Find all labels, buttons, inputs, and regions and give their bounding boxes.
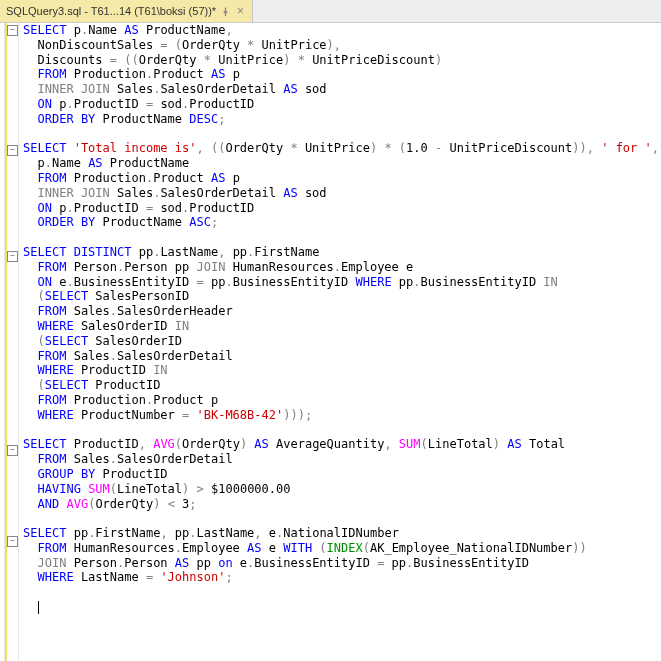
code-line[interactable]: p.Name AS ProductName (23, 156, 659, 171)
code-line[interactable] (23, 423, 659, 438)
code-line[interactable]: SELECT DISTINCT pp.LastName, pp.FirstNam… (23, 245, 659, 260)
editor-tab[interactable]: SQLQuery3.sql - T61...14 (T61\boksi (57)… (0, 0, 253, 22)
code-line[interactable]: HAVING SUM(LineTotal) > $1000000.00 (23, 482, 659, 497)
fold-toggle[interactable]: − (7, 445, 18, 456)
code-line[interactable]: (SELECT SalesOrderID (23, 334, 659, 349)
code-line[interactable]: FROM Production.Product AS p (23, 67, 659, 82)
code-line[interactable]: FROM Production.Product p (23, 393, 659, 408)
code-line[interactable]: GROUP BY ProductID (23, 467, 659, 482)
code-line[interactable] (23, 585, 659, 600)
tab-title: SQLQuery3.sql - T61...14 (T61\boksi (57)… (6, 5, 216, 17)
code-line[interactable]: FROM Sales.SalesOrderDetail (23, 349, 659, 364)
code-editor[interactable]: −−−−− SELECT p.Name AS ProductName, NonD… (0, 23, 661, 661)
fold-toggle[interactable]: − (7, 536, 18, 547)
code-line[interactable] (23, 600, 659, 615)
code-line[interactable]: NonDiscountSales = (OrderQty * UnitPrice… (23, 38, 659, 53)
code-line[interactable]: FROM Person.Person pp JOIN HumanResource… (23, 260, 659, 275)
code-line[interactable]: AND AVG(OrderQty) < 3; (23, 497, 659, 512)
code-line[interactable]: ORDER BY ProductName ASC; (23, 215, 659, 230)
fold-gutter: −−−−− (7, 23, 19, 661)
code-line[interactable]: SELECT 'Total income is', ((OrderQty * U… (23, 141, 659, 156)
code-line[interactable]: FROM Sales.SalesOrderHeader (23, 304, 659, 319)
code-area[interactable]: SELECT p.Name AS ProductName, NonDiscoun… (19, 23, 661, 661)
code-line[interactable] (23, 511, 659, 526)
pin-icon[interactable] (220, 6, 231, 17)
fold-toggle[interactable]: − (7, 25, 18, 36)
code-line[interactable]: SELECT p.Name AS ProductName, (23, 23, 659, 38)
code-line[interactable] (23, 230, 659, 245)
code-line[interactable]: FROM Sales.SalesOrderDetail (23, 452, 659, 467)
code-line[interactable]: (SELECT SalesPersonID (23, 289, 659, 304)
code-line[interactable]: INNER JOIN Sales.SalesOrderDetail AS sod (23, 82, 659, 97)
code-line[interactable]: WHERE SalesOrderID IN (23, 319, 659, 334)
code-line[interactable]: FROM HumanResources.Employee AS e WITH (… (23, 541, 659, 556)
code-line[interactable]: WHERE ProductID IN (23, 363, 659, 378)
code-line[interactable]: FROM Production.Product AS p (23, 171, 659, 186)
code-line[interactable]: ON p.ProductID = sod.ProductID (23, 97, 659, 112)
code-line[interactable]: ORDER BY ProductName DESC; (23, 112, 659, 127)
code-line[interactable] (23, 127, 659, 142)
code-line[interactable]: INNER JOIN Sales.SalesOrderDetail AS sod (23, 186, 659, 201)
code-line[interactable]: WHERE LastName = 'Johnson'; (23, 570, 659, 585)
close-tab-button[interactable]: × (235, 4, 246, 18)
code-line[interactable]: WHERE ProductNumber = 'BK-M68B-42'))); (23, 408, 659, 423)
code-line[interactable]: SELECT pp.FirstName, pp.LastName, e.Nati… (23, 526, 659, 541)
code-line[interactable]: Discounts = ((OrderQty * UnitPrice) * Un… (23, 53, 659, 68)
tab-bar: SQLQuery3.sql - T61...14 (T61\boksi (57)… (0, 0, 661, 23)
fold-toggle[interactable]: − (7, 145, 18, 156)
text-cursor (38, 601, 39, 614)
code-line[interactable]: ON e.BusinessEntityID = pp.BusinessEntit… (23, 275, 659, 290)
fold-toggle[interactable]: − (7, 251, 18, 262)
code-line[interactable]: ON p.ProductID = sod.ProductID (23, 201, 659, 216)
code-line[interactable]: SELECT ProductID, AVG(OrderQty) AS Avera… (23, 437, 659, 452)
code-line[interactable]: (SELECT ProductID (23, 378, 659, 393)
code-line[interactable]: JOIN Person.Person AS pp on e.BusinessEn… (23, 556, 659, 571)
